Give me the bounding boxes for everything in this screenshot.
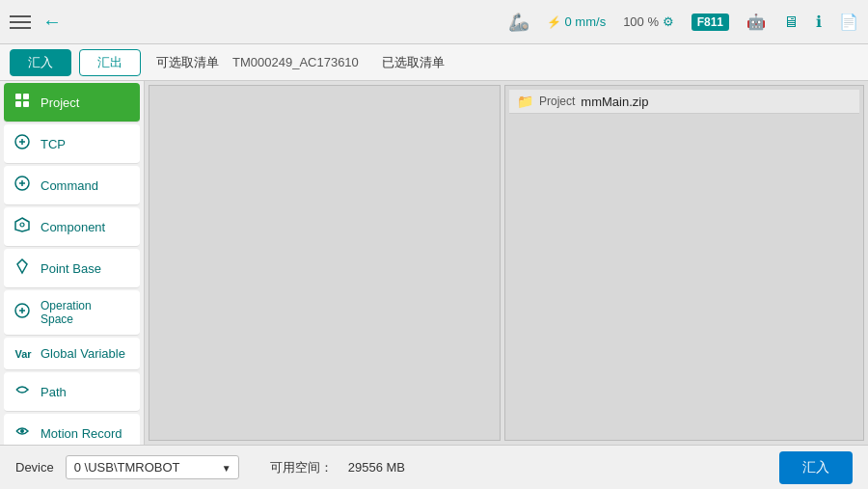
project-icon — [14, 92, 33, 113]
sidebar-label-path: Path — [41, 385, 130, 399]
operation-space-icon — [14, 302, 33, 323]
sidebar-item-command[interactable]: Command — [4, 166, 140, 205]
sidebar-item-component[interactable]: Component — [4, 207, 140, 247]
svg-rect-3 — [23, 101, 29, 107]
device-select-wrapper: 0 \USB\TMROBOT ▼ — [66, 455, 239, 479]
sidebar: Project TCP Command — [0, 81, 145, 445]
point-base-icon — [14, 258, 33, 279]
selected-panel: 📁 Project mmMain.zip — [504, 85, 864, 441]
speed-icon: ⚡ — [547, 15, 561, 29]
robot-icon[interactable]: 🤖 — [746, 13, 766, 31]
sidebar-label-point-base: Point Base — [41, 261, 130, 276]
sidebar-item-operation-space[interactable]: OperationSpace — [4, 290, 140, 336]
sidebar-label-global-variable: Global Variable — [41, 346, 130, 361]
speed-display: ⚡ 0 mm/s — [547, 14, 607, 29]
selected-list-label: 已选取清单 — [382, 54, 445, 71]
tcp-icon — [14, 133, 33, 154]
sidebar-item-path[interactable]: Path — [4, 372, 140, 412]
speed-value: 0 mm/s — [565, 14, 607, 29]
main-layout: Project TCP Command — [0, 81, 868, 445]
sidebar-label-operation-space: OperationSpace — [41, 299, 130, 326]
menu-icon[interactable] — [10, 15, 31, 29]
svg-point-8 — [20, 429, 24, 433]
motion-record-icon — [14, 422, 33, 444]
sidebar-label-project: Project — [41, 95, 130, 110]
file-category: Project — [539, 95, 575, 108]
bottom-bar: Device 0 \USB\TMROBOT ▼ 可用空间： 29556 MB 汇… — [0, 445, 868, 489]
robot-arm-icon: 🦾 — [508, 12, 529, 33]
f811-badge: F811 — [692, 14, 729, 31]
percent-value: 100 % — [623, 14, 659, 29]
content-area: 📁 Project mmMain.zip — [145, 81, 868, 445]
button-row: 汇入 汇出 可选取清单 TM000249_AC173610 已选取清单 — [0, 44, 868, 81]
sidebar-label-component: Component — [41, 220, 130, 234]
sidebar-label-motion-record: Motion Record — [41, 426, 130, 441]
doc-icon[interactable]: 📄 — [839, 13, 858, 31]
sidebar-item-project[interactable]: Project — [4, 83, 140, 122]
sidebar-item-motion-record[interactable]: Motion Record — [4, 414, 140, 445]
available-list-label: 可选取清单 — [156, 54, 219, 71]
sidebar-label-command: Command — [41, 178, 130, 193]
settings-icon: ⚙ — [663, 14, 674, 29]
free-space-value: 29556 MB — [348, 460, 405, 475]
import-tab-button[interactable]: 汇入 — [10, 49, 71, 76]
display-icon[interactable]: 🖥 — [783, 14, 799, 31]
global-variable-icon: Var — [14, 348, 33, 360]
percent-display: 100 % ⚙ — [623, 14, 674, 29]
file-name: mmMain.zip — [581, 95, 648, 109]
sidebar-label-tcp: TCP — [41, 137, 130, 151]
back-icon[interactable]: ← — [42, 11, 62, 33]
free-space-label: 可用空间： — [270, 459, 333, 476]
import-main-button[interactable]: 汇入 — [779, 451, 853, 484]
info-icon[interactable]: ℹ — [816, 13, 822, 31]
topbar: ← 🦾 ⚡ 0 mm/s 100 % ⚙ F811 🤖 🖥 ℹ 📄 — [0, 0, 868, 44]
sidebar-item-tcp[interactable]: TCP — [4, 124, 140, 164]
svg-rect-1 — [23, 94, 29, 99]
device-select[interactable]: 0 \USB\TMROBOT — [66, 455, 239, 479]
file-item: 📁 Project mmMain.zip — [509, 90, 859, 114]
sidebar-item-global-variable[interactable]: Var Global Variable — [4, 338, 140, 370]
folder-icon: 📁 — [517, 94, 533, 109]
svg-rect-2 — [15, 101, 21, 107]
available-panel — [149, 85, 501, 441]
command-icon — [14, 175, 33, 196]
sidebar-item-point-base[interactable]: Point Base — [4, 249, 140, 288]
component-icon — [14, 216, 33, 237]
export-tab-button[interactable]: 汇出 — [79, 49, 141, 76]
device-label: Device — [15, 460, 54, 475]
svg-point-6 — [20, 223, 24, 227]
device-id-label: TM000249_AC173610 — [232, 55, 359, 69]
svg-rect-0 — [15, 94, 21, 99]
path-icon — [14, 381, 33, 402]
